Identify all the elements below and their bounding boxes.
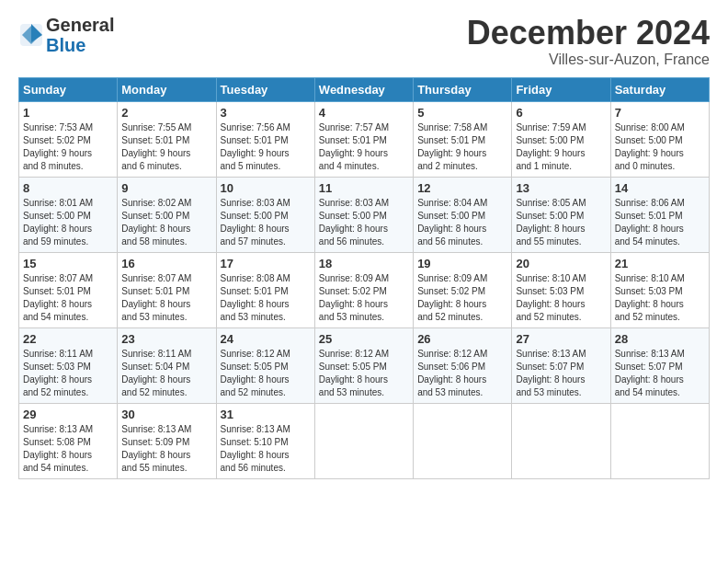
calendar-day-cell (414, 403, 512, 478)
calendar-day-cell (512, 403, 610, 478)
day-info: Sunrise: 8:09 AM Sunset: 5:02 PM Dayligh… (319, 272, 409, 324)
calendar-day-cell: 24Sunrise: 8:12 AM Sunset: 5:05 PM Dayli… (216, 327, 314, 403)
calendar-day-cell: 25Sunrise: 8:12 AM Sunset: 5:05 PM Dayli… (314, 327, 413, 403)
day-number: 18 (319, 257, 409, 270)
calendar-day-cell: 14Sunrise: 8:06 AM Sunset: 5:01 PM Dayli… (610, 177, 709, 252)
calendar-week-row: 15Sunrise: 8:07 AM Sunset: 5:01 PM Dayli… (19, 252, 710, 327)
calendar-day-cell: 19Sunrise: 8:09 AM Sunset: 5:02 PM Dayli… (414, 252, 512, 327)
day-number: 24 (221, 332, 311, 346)
calendar-day-cell: 6Sunrise: 7:59 AM Sunset: 5:00 PM Daylig… (512, 101, 610, 177)
day-number: 8 (23, 181, 113, 195)
calendar-week-row: 29Sunrise: 8:13 AM Sunset: 5:08 PM Dayli… (19, 403, 710, 478)
day-info: Sunrise: 8:13 AM Sunset: 5:10 PM Dayligh… (221, 423, 311, 475)
logo-text: General Blue (46, 15, 114, 55)
day-number: 2 (121, 106, 211, 120)
calendar-day-cell (314, 403, 413, 478)
weekday-header-saturday: Saturday (610, 77, 709, 101)
day-info: Sunrise: 7:58 AM Sunset: 5:01 PM Dayligh… (417, 121, 507, 173)
weekday-header-tuesday: Tuesday (216, 77, 314, 101)
calendar-day-cell: 31Sunrise: 8:13 AM Sunset: 5:10 PM Dayli… (216, 403, 314, 478)
calendar-day-cell: 30Sunrise: 8:13 AM Sunset: 5:09 PM Dayli… (118, 403, 216, 478)
page-container: General Blue December 2024 Villes-sur-Au… (0, 0, 728, 488)
calendar-week-row: 1Sunrise: 7:53 AM Sunset: 5:02 PM Daylig… (19, 101, 710, 177)
day-info: Sunrise: 8:11 AM Sunset: 5:03 PM Dayligh… (23, 348, 113, 399)
day-info: Sunrise: 8:05 AM Sunset: 5:00 PM Dayligh… (516, 197, 606, 248)
day-info: Sunrise: 7:57 AM Sunset: 5:01 PM Dayligh… (319, 121, 409, 173)
day-number: 25 (319, 332, 409, 346)
calendar-day-cell: 13Sunrise: 8:05 AM Sunset: 5:00 PM Dayli… (512, 177, 610, 252)
weekday-header-monday: Monday (118, 77, 216, 101)
day-info: Sunrise: 8:02 AM Sunset: 5:00 PM Dayligh… (121, 197, 211, 248)
day-number: 11 (319, 181, 409, 195)
calendar-day-cell: 2Sunrise: 7:55 AM Sunset: 5:01 PM Daylig… (118, 101, 216, 177)
day-info: Sunrise: 7:56 AM Sunset: 5:01 PM Dayligh… (221, 121, 311, 173)
calendar-day-cell: 3Sunrise: 7:56 AM Sunset: 5:01 PM Daylig… (216, 101, 314, 177)
header: General Blue December 2024 Villes-sur-Au… (18, 15, 710, 68)
calendar-day-cell: 18Sunrise: 8:09 AM Sunset: 5:02 PM Dayli… (314, 252, 413, 327)
calendar-day-cell: 1Sunrise: 7:53 AM Sunset: 5:02 PM Daylig… (19, 101, 118, 177)
day-number: 14 (615, 181, 705, 195)
day-number: 7 (615, 106, 705, 120)
day-info: Sunrise: 8:09 AM Sunset: 5:02 PM Dayligh… (417, 272, 507, 324)
day-number: 13 (516, 181, 606, 195)
day-info: Sunrise: 8:10 AM Sunset: 5:03 PM Dayligh… (615, 272, 705, 324)
day-number: 10 (221, 181, 311, 195)
calendar-body: 1Sunrise: 7:53 AM Sunset: 5:02 PM Daylig… (19, 101, 710, 478)
calendar-week-row: 8Sunrise: 8:01 AM Sunset: 5:00 PM Daylig… (19, 177, 710, 252)
calendar-table: SundayMondayTuesdayWednesdayThursdayFrid… (18, 77, 710, 479)
day-number: 20 (516, 257, 606, 270)
day-number: 17 (221, 257, 311, 270)
day-number: 4 (319, 106, 409, 120)
day-number: 19 (417, 257, 507, 270)
weekday-header-friday: Friday (512, 77, 610, 101)
calendar-day-cell: 21Sunrise: 8:10 AM Sunset: 5:03 PM Dayli… (610, 252, 709, 327)
calendar-day-cell: 12Sunrise: 8:04 AM Sunset: 5:00 PM Dayli… (414, 177, 512, 252)
day-info: Sunrise: 8:13 AM Sunset: 5:09 PM Dayligh… (121, 423, 211, 475)
day-number: 12 (417, 181, 507, 195)
day-number: 1 (23, 106, 113, 120)
day-number: 6 (516, 106, 606, 120)
day-info: Sunrise: 8:12 AM Sunset: 5:05 PM Dayligh… (221, 348, 311, 399)
day-number: 9 (121, 181, 211, 195)
day-info: Sunrise: 8:13 AM Sunset: 5:07 PM Dayligh… (516, 348, 606, 399)
day-number: 3 (221, 106, 311, 120)
calendar-day-cell: 7Sunrise: 8:00 AM Sunset: 5:00 PM Daylig… (610, 101, 709, 177)
day-info: Sunrise: 8:10 AM Sunset: 5:03 PM Dayligh… (516, 272, 606, 324)
day-info: Sunrise: 7:53 AM Sunset: 5:02 PM Dayligh… (23, 121, 113, 173)
day-info: Sunrise: 8:04 AM Sunset: 5:00 PM Dayligh… (417, 197, 507, 248)
day-info: Sunrise: 8:13 AM Sunset: 5:08 PM Dayligh… (23, 423, 113, 475)
logo: General Blue (18, 15, 114, 55)
day-number: 30 (121, 408, 211, 421)
day-info: Sunrise: 8:07 AM Sunset: 5:01 PM Dayligh… (23, 272, 113, 324)
day-number: 28 (615, 332, 705, 346)
calendar-day-cell: 9Sunrise: 8:02 AM Sunset: 5:00 PM Daylig… (118, 177, 216, 252)
calendar-day-cell: 23Sunrise: 8:11 AM Sunset: 5:04 PM Dayli… (118, 327, 216, 403)
day-info: Sunrise: 8:03 AM Sunset: 5:00 PM Dayligh… (319, 197, 409, 248)
calendar-day-cell: 4Sunrise: 7:57 AM Sunset: 5:01 PM Daylig… (314, 101, 413, 177)
calendar-day-cell: 8Sunrise: 8:01 AM Sunset: 5:00 PM Daylig… (19, 177, 118, 252)
weekday-header-sunday: Sunday (19, 77, 118, 101)
day-info: Sunrise: 8:12 AM Sunset: 5:05 PM Dayligh… (319, 348, 409, 399)
calendar-header-row: SundayMondayTuesdayWednesdayThursdayFrid… (19, 77, 710, 101)
location-subtitle: Villes-sur-Auzon, France (467, 52, 710, 68)
day-info: Sunrise: 8:03 AM Sunset: 5:00 PM Dayligh… (221, 197, 311, 248)
day-info: Sunrise: 8:07 AM Sunset: 5:01 PM Dayligh… (121, 272, 211, 324)
calendar-day-cell: 27Sunrise: 8:13 AM Sunset: 5:07 PM Dayli… (512, 327, 610, 403)
day-number: 26 (417, 332, 507, 346)
calendar-day-cell: 5Sunrise: 7:58 AM Sunset: 5:01 PM Daylig… (414, 101, 512, 177)
calendar-week-row: 22Sunrise: 8:11 AM Sunset: 5:03 PM Dayli… (19, 327, 710, 403)
day-info: Sunrise: 7:59 AM Sunset: 5:00 PM Dayligh… (516, 121, 606, 173)
month-title: December 2024 (467, 15, 710, 52)
day-number: 15 (23, 257, 113, 270)
day-info: Sunrise: 8:12 AM Sunset: 5:06 PM Dayligh… (417, 348, 507, 399)
logo-icon (18, 22, 44, 48)
calendar-day-cell: 20Sunrise: 8:10 AM Sunset: 5:03 PM Dayli… (512, 252, 610, 327)
day-info: Sunrise: 8:08 AM Sunset: 5:01 PM Dayligh… (221, 272, 311, 324)
calendar-day-cell: 28Sunrise: 8:13 AM Sunset: 5:07 PM Dayli… (610, 327, 709, 403)
weekday-header-thursday: Thursday (414, 77, 512, 101)
day-info: Sunrise: 8:00 AM Sunset: 5:00 PM Dayligh… (615, 121, 705, 173)
day-number: 16 (121, 257, 211, 270)
calendar-day-cell (610, 403, 709, 478)
day-number: 21 (615, 257, 705, 270)
calendar-day-cell: 11Sunrise: 8:03 AM Sunset: 5:00 PM Dayli… (314, 177, 413, 252)
